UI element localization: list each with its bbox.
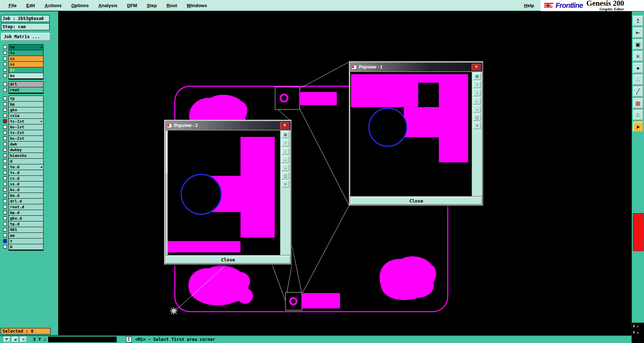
- layer-row-ts-2st[interactable]: ts-2st: [9, 130, 43, 135]
- layer-checkbox-biaozhu[interactable]: [3, 154, 7, 157]
- layer-checkbox-cvia[interactable]: [3, 114, 7, 117]
- layer-checkbox-ts-1st[interactable]: [3, 119, 7, 123]
- pv1-drill-hole[interactable]: [369, 108, 407, 147]
- layer-row-rout[interactable]: rout: [9, 87, 43, 93]
- layer-checkbox-drl.d[interactable]: [3, 199, 7, 203]
- layer-checkbox-tp.d[interactable]: [3, 222, 7, 226]
- layer-row-t[interactable]: t: [9, 239, 43, 244]
- copy-view-icon[interactable]: ▣: [633, 39, 643, 50]
- menu-rout[interactable]: Rout: [167, 3, 177, 8]
- layer-checkbox-gko.d[interactable]: [3, 216, 7, 220]
- layer-checkbox-ts[interactable]: [3, 51, 7, 55]
- layer-checkbox-ss.d[interactable]: [3, 182, 7, 186]
- layer-checkbox-ss[interactable]: [3, 62, 7, 66]
- layer-row-dwk[interactable]: dwk: [9, 142, 43, 147]
- new-view-icon[interactable]: ⊞: [473, 73, 481, 80]
- menu-options[interactable]: Options: [71, 3, 89, 8]
- layer-row-dwkby[interactable]: dwkby: [9, 147, 43, 153]
- menu-file[interactable]: File: [9, 3, 16, 8]
- layer-row-drl.d[interactable]: drl.d: [9, 199, 43, 204]
- measure-icon[interactable]: ◢: [12, 337, 19, 342]
- layer-row-ss.d[interactable]: ss.d: [9, 181, 43, 187]
- layer-row-tp.d[interactable]: tp.d: [9, 221, 43, 227]
- layer-row-biaozhu[interactable]: biaozhu: [9, 153, 43, 158]
- menu-edit[interactable]: Edit: [26, 3, 35, 8]
- layer-row-ts-1st[interactable]: ts-1st▪: [9, 119, 43, 124]
- pan-up-icon[interactable]: ↑: [282, 139, 289, 147]
- menu-actions[interactable]: Actions: [45, 3, 62, 8]
- pan-right-icon[interactable]: →: [282, 164, 289, 171]
- menu-analysis[interactable]: Analysis: [98, 3, 117, 8]
- layer-row-drl[interactable]: drl: [9, 82, 43, 87]
- layer-row-aa[interactable]: aa: [9, 233, 43, 238]
- layer-checkbox-bp.d[interactable]: [3, 211, 7, 214]
- pan-up-icon[interactable]: ↑: [473, 81, 481, 88]
- pv2-drill-hole[interactable]: [181, 174, 221, 214]
- pad-icon[interactable]: ●: [633, 63, 643, 73]
- points-icon[interactable]: ∴: [633, 75, 643, 85]
- active-color-swatch[interactable]: [633, 213, 644, 251]
- crosshair-icon[interactable]: +: [282, 180, 289, 188]
- layer-checkbox-bs[interactable]: [3, 68, 7, 72]
- pan-right-icon[interactable]: →: [473, 106, 481, 113]
- layer-checkbox-to[interactable]: [3, 45, 7, 49]
- zoom-extents-icon[interactable]: ◻: [282, 172, 289, 179]
- detail-pad-bottom[interactable]: [302, 293, 340, 308]
- pan-left-icon[interactable]: ←: [473, 97, 481, 104]
- pv1-copper-mid[interactable]: [404, 107, 439, 137]
- line-icon[interactable]: ╱: [633, 86, 643, 97]
- menu-help[interactable]: Help: [524, 3, 534, 8]
- layers-icon[interactable]: ≡: [633, 51, 643, 61]
- mode-indicator-button[interactable]: I: [126, 337, 132, 342]
- pan-left-icon[interactable]: ←: [282, 156, 289, 163]
- layer-row-cvia[interactable]: cvia: [9, 113, 43, 118]
- pv2-copper-bottom-bar[interactable]: [168, 241, 240, 252]
- layer-row-b[interactable]: b: [9, 244, 43, 250]
- workspace[interactable]: Popview - 1 × ⊞↑↓←→◻+ Close: [58, 11, 632, 335]
- layer-row-bs[interactable]: bs: [9, 67, 43, 73]
- drill-ring-top[interactable]: [280, 94, 288, 102]
- job-matrix-button[interactable]: Job Matrix ...: [1, 33, 50, 41]
- popview-2-titlebar[interactable]: Popview - 2 ×: [166, 121, 290, 130]
- layer-row-rout.d[interactable]: rout.d: [9, 204, 43, 210]
- layer-row-gko.d[interactable]: gko.d: [9, 216, 43, 221]
- pv1-copper-column[interactable]: [439, 74, 468, 162]
- layer-checkbox-dwkby[interactable]: [3, 148, 7, 152]
- layer-checkbox-drl[interactable]: [3, 82, 7, 86]
- xy-input[interactable]: [48, 337, 117, 342]
- layer-checkbox-gko[interactable]: [3, 108, 7, 112]
- layer-row-d[interactable]: d: [9, 159, 43, 164]
- layer-checkbox-ts-2st[interactable]: [3, 131, 7, 134]
- layer-row-to[interactable]: to◀: [9, 45, 43, 50]
- popview-1-canvas[interactable]: [350, 72, 472, 196]
- layer-checkbox-bo[interactable]: [3, 74, 7, 77]
- menu-step[interactable]: Step: [147, 3, 157, 8]
- layer-row-bs-2st[interactable]: bs-2st: [9, 136, 43, 141]
- copper-blob-bottom-right[interactable]: [380, 256, 436, 300]
- layer-row-bp[interactable]: bp: [9, 102, 43, 107]
- layer-checkbox-d[interactable]: [3, 159, 7, 163]
- select-arrow-icon[interactable]: ➤: [633, 122, 643, 132]
- layer-checkbox-cs[interactable]: [3, 57, 7, 60]
- layer-checkbox-001[interactable]: [3, 228, 7, 231]
- fill-grid-icon[interactable]: ▩: [633, 98, 643, 108]
- pan-left-icon[interactable]: ⇤: [633, 27, 643, 38]
- layer-checkbox-dwk[interactable]: [3, 142, 7, 146]
- detail-pad-top[interactable]: [300, 92, 337, 105]
- layer-checkbox-ts.d[interactable]: [3, 171, 7, 174]
- pv2-copper-column[interactable]: [240, 137, 275, 237]
- menu-windows[interactable]: Windows: [187, 3, 207, 8]
- layer-row-bs-1st[interactable]: bs-1st: [9, 124, 43, 130]
- layer-checkbox-aa[interactable]: [3, 234, 7, 237]
- corner-select-icon[interactable]: ◤: [4, 337, 10, 342]
- layer-checkbox-to.d[interactable]: [3, 165, 7, 169]
- layer-row-bp.d[interactable]: bp.d: [9, 210, 43, 215]
- layer-checkbox-bp[interactable]: [3, 102, 7, 106]
- crosshair-icon[interactable]: +: [473, 122, 481, 129]
- layer-row-ts[interactable]: ts: [9, 50, 43, 56]
- layer-row-bs.d[interactable]: bs.d: [9, 187, 43, 193]
- popview-2-close-icon[interactable]: ×: [280, 122, 289, 129]
- layer-checkbox-t[interactable]: [3, 239, 7, 243]
- layer-row-001[interactable]: 001: [9, 227, 43, 232]
- layer-checkbox-bs-1st[interactable]: [3, 125, 7, 129]
